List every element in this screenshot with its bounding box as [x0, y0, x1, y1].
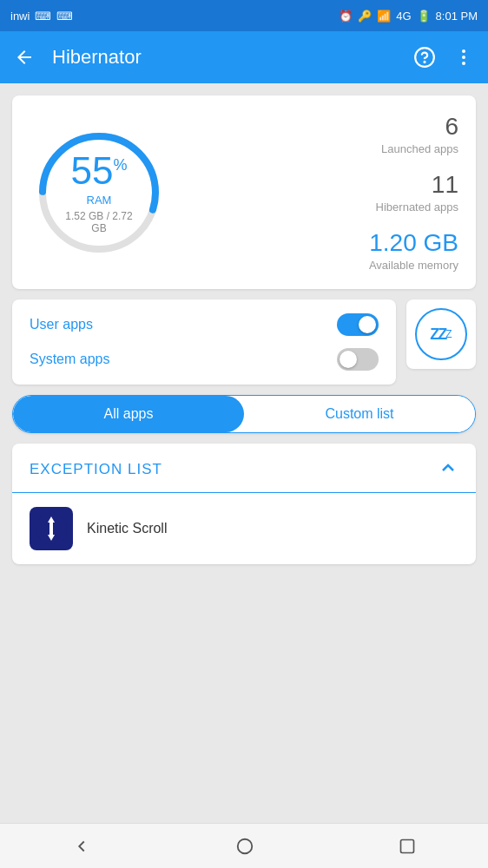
app-bar: Hibernator	[0, 31, 488, 83]
system-apps-toggle-item: System apps	[30, 348, 379, 371]
nav-bar	[0, 823, 488, 868]
svg-point-1	[424, 62, 425, 62]
hibernated-count: 11	[186, 171, 458, 199]
more-button[interactable]	[453, 47, 474, 68]
toggle-card: User apps System apps	[12, 299, 396, 385]
app-icon-kinetic-scroll	[30, 507, 73, 550]
exception-title: Exception List	[30, 461, 162, 478]
tab-selector: All apps Custom list	[12, 395, 476, 433]
hibernated-apps-stat: 11 Hibernated apps	[186, 171, 458, 214]
carrier-text: inwi	[10, 10, 30, 23]
time-text: 8:01 PM	[436, 10, 478, 23]
help-button[interactable]	[413, 46, 436, 69]
stats-right: 6 Launched apps 11 Hibernated apps 1.20 …	[186, 113, 458, 272]
svg-point-3	[462, 56, 465, 59]
app-bar-actions	[413, 46, 474, 69]
svg-point-11	[238, 838, 253, 853]
sleep-icon: ZZZ	[415, 308, 467, 360]
nav-home-button[interactable]	[218, 830, 272, 863]
available-memory: 1.20 GB	[186, 229, 458, 257]
exception-collapse-button[interactable]	[438, 457, 458, 482]
svg-point-4	[462, 62, 465, 65]
custom-list-tab[interactable]: Custom list	[244, 396, 475, 432]
user-apps-toggle[interactable]	[337, 313, 379, 336]
hibernated-label: Hibernated apps	[186, 201, 458, 214]
svg-rect-12	[401, 839, 414, 852]
nav-recents-button[interactable]	[381, 831, 433, 862]
battery-icon: 🔋	[417, 10, 431, 23]
nav-back-button[interactable]	[55, 830, 109, 863]
svg-point-2	[462, 49, 465, 53]
user-apps-toggle-item: User apps	[30, 313, 379, 336]
signal-text: 4G	[396, 10, 411, 23]
exception-item: Kinetic Scroll	[12, 493, 476, 564]
available-label: Available memory	[186, 259, 458, 272]
wifi-icon: 📶	[377, 10, 391, 23]
available-memory-stat: 1.20 GB Available memory	[186, 229, 458, 272]
ram-label: RAM	[64, 193, 134, 206]
exception-card: Exception List Kineti	[12, 444, 476, 564]
all-apps-tab[interactable]: All apps	[13, 396, 244, 432]
exception-header: Exception List	[12, 444, 476, 493]
app-name-kinetic-scroll: Kinetic Scroll	[87, 521, 167, 536]
user-apps-label: User apps	[30, 317, 93, 332]
circle-center: 55% RAM 1.52 GB / 2.72 GB	[64, 151, 134, 233]
ram-percent: 55%	[64, 151, 134, 189]
memory-used: 1.52 GB / 2.72 GB	[64, 209, 134, 233]
usb-icon: ⌨	[35, 10, 51, 23]
system-apps-label: System apps	[30, 352, 109, 367]
key-icon: 🔑	[358, 10, 372, 23]
alarm-icon: ⏰	[339, 10, 353, 23]
system-apps-toggle[interactable]	[337, 348, 379, 371]
back-button[interactable]	[14, 47, 35, 68]
launched-count: 6	[186, 113, 458, 141]
status-bar-right: ⏰ 🔑 📶 4G 🔋 8:01 PM	[339, 10, 478, 23]
app-title: Hibernator	[52, 46, 413, 69]
ram-circle: 55% RAM 1.52 GB / 2.72 GB	[30, 123, 168, 262]
svg-rect-10	[49, 523, 53, 535]
stats-card: 55% RAM 1.52 GB / 2.72 GB 6 Launched app…	[12, 95, 476, 289]
main-content: 55% RAM 1.52 GB / 2.72 GB 6 Launched app…	[0, 83, 488, 823]
status-bar-left: inwi ⌨ ⌨	[10, 10, 73, 23]
toggle-row: User apps System apps ZZZ	[12, 299, 476, 385]
status-bar: inwi ⌨ ⌨ ⏰ 🔑 📶 4G 🔋 8:01 PM	[0, 0, 488, 31]
launched-apps-stat: 6 Launched apps	[186, 113, 458, 155]
sleep-button[interactable]: ZZZ	[406, 299, 476, 369]
usb2-icon: ⌨	[56, 10, 73, 23]
launched-label: Launched apps	[186, 142, 458, 155]
